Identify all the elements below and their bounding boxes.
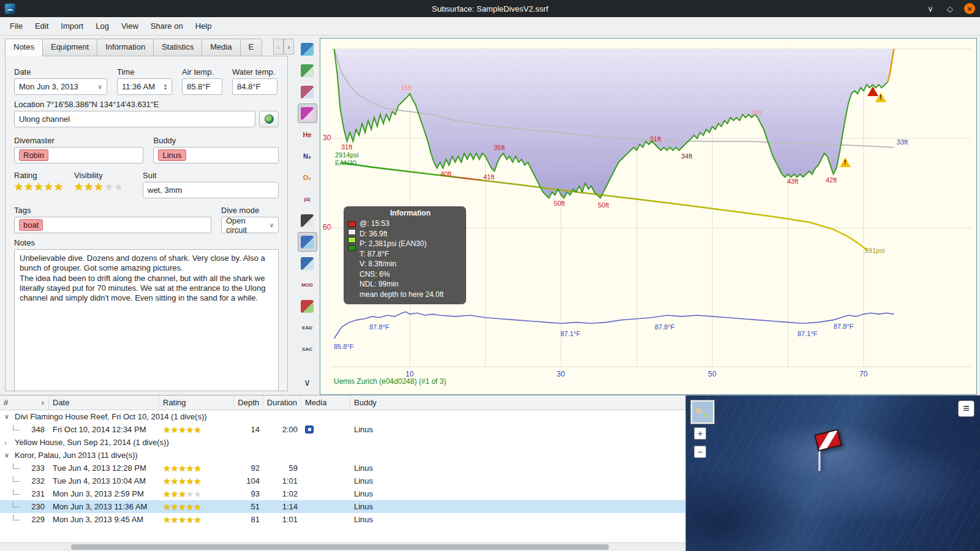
tissues-button[interactable]: |Δ|: [298, 189, 317, 209]
buddy-chip[interactable]: Linus: [158, 149, 186, 161]
col-date[interactable]: Date: [49, 395, 159, 410]
dive-list-header: #∧DateRatingDepthDurationMediaBuddy: [0, 395, 685, 410]
menu-help[interactable]: Help: [189, 19, 218, 33]
divemode-combobox[interactable]: Open circuit∨: [221, 217, 279, 233]
x-axis-tick: 50: [708, 370, 716, 378]
minimize-icon[interactable]: ∨: [925, 3, 936, 14]
ead-button[interactable]: EAD: [298, 318, 317, 337]
dive-computer-button[interactable]: [298, 39, 317, 59]
close-icon[interactable]: ×: [964, 3, 975, 14]
scroll-down-icon[interactable]: ∨: [298, 373, 317, 392]
dive-row[interactable]: 232Tue Jun 4, 2013 10:04 AM★★★★★1041:01L…: [0, 474, 685, 487]
col-duration[interactable]: Duration: [263, 395, 301, 410]
map-menu-icon[interactable]: ≡: [958, 400, 974, 417]
sort-ascending-icon: ∧: [40, 400, 45, 406]
photos-button[interactable]: [298, 103, 317, 123]
date-combobox[interactable]: Mon Jun 3, 2013∨: [14, 78, 107, 95]
spin-arrows-icon[interactable]: ▲▼: [160, 83, 167, 91]
tab-statistics[interactable]: Statistics: [153, 39, 202, 56]
menu-log[interactable]: Log: [89, 19, 115, 33]
dive-row[interactable]: 231Mon Jun 3, 2013 2:59 PM★★★★★931:02Lin…: [0, 487, 685, 500]
dive-row[interactable]: 348Fri Oct 10, 2014 12:34 PM★★★★★142:00L…: [0, 423, 685, 436]
divemaster-field[interactable]: Robin: [14, 147, 143, 163]
tab-information[interactable]: Information: [97, 39, 154, 56]
warning-icon[interactable]: [840, 157, 851, 167]
trip-row[interactable]: ›Yellow House, Sun Sep 21, 2014 (1 dive(…: [0, 436, 685, 449]
scene-button[interactable]: [298, 296, 317, 316]
warning-icon[interactable]: [875, 92, 886, 102]
o2-graph-icon: O₂: [303, 174, 311, 181]
dive-number: 230: [31, 502, 49, 511]
tag-chip[interactable]: boat: [19, 219, 43, 231]
menu-file[interactable]: File: [4, 19, 29, 33]
tab-scroll-left-icon[interactable]: ‹: [273, 39, 284, 54]
col-rating[interactable]: Rating: [159, 395, 234, 410]
buddy-field[interactable]: Linus: [153, 147, 279, 163]
he-graph-button[interactable]: He: [298, 125, 317, 144]
mod-button[interactable]: MOD: [298, 275, 317, 294]
star-icon: ★: [24, 181, 34, 193]
dive-buddy: Linus: [350, 463, 685, 473]
star-icon: ★: [163, 425, 171, 435]
tags-field[interactable]: boat: [14, 217, 211, 233]
col-media[interactable]: Media: [301, 395, 350, 410]
globe-button[interactable]: [259, 111, 279, 127]
tab-notes[interactable]: Notes: [5, 39, 43, 56]
dive-row[interactable]: 230Mon Jun 3, 2013 11:36 AM★★★★★511:14Li…: [0, 500, 685, 513]
picture-button[interactable]: [298, 232, 317, 252]
airtemp-field[interactable]: 85.8°F: [182, 78, 222, 95]
menu-import[interactable]: Import: [55, 19, 89, 33]
dive-duration: 1:01: [263, 515, 301, 524]
col-buddy[interactable]: Buddy: [350, 395, 685, 410]
dive-profile-chart[interactable]: Uemis Zurich (e04d0248) (#1 of 3) Inform…: [320, 38, 977, 395]
suit-field[interactable]: wet, 3mm: [143, 182, 279, 198]
tree-connector-icon: [13, 489, 20, 495]
tab-equipment[interactable]: Equipment: [42, 39, 97, 56]
visibility-stars[interactable]: ★★★★★: [74, 182, 133, 192]
divemaster-chip[interactable]: Robin: [19, 149, 48, 161]
dive-date: Mon Jun 3, 2013 9:45 AM: [49, 515, 159, 524]
zoom-in-button[interactable]: +: [694, 427, 706, 440]
chevron-right-icon[interactable]: ›: [4, 439, 10, 446]
n2-graph-button[interactable]: N₂: [298, 146, 317, 166]
dive-row[interactable]: 233Tue Jun 4, 2013 12:28 PM★★★★★9259Linu…: [0, 462, 685, 474]
menu-edit[interactable]: Edit: [29, 19, 55, 33]
star-icon: ★: [163, 476, 171, 486]
dive-depth: 51: [234, 502, 263, 511]
heartrate-button[interactable]: [298, 211, 317, 230]
time-spinbox[interactable]: 11:36 AM ▲▼: [117, 78, 172, 95]
watertemp-field[interactable]: 84.8°F: [232, 78, 277, 95]
maximize-icon[interactable]: ◇: [944, 3, 956, 14]
notes-textarea[interactable]: Unbelievable dive. Dozens and dozens of …: [14, 249, 279, 391]
zoom-out-button[interactable]: −: [694, 446, 706, 458]
minimap-thumbnail[interactable]: [691, 400, 714, 424]
chevron-down-icon[interactable]: ∨: [4, 413, 10, 421]
trip-row[interactable]: ∨Divi Flamingo House Reef, Fri Oct 10, 2…: [0, 410, 685, 423]
tab-e[interactable]: E: [240, 39, 263, 56]
col-number[interactable]: #∧: [0, 395, 49, 410]
depth-annotation: 87.8°F: [369, 323, 390, 331]
star-icon: ★: [186, 463, 194, 473]
media-icon[interactable]: [305, 425, 314, 433]
star-icon: ★: [74, 181, 84, 193]
menu-share-on[interactable]: Share on: [145, 19, 189, 33]
chevron-down-icon[interactable]: ∨: [4, 451, 10, 459]
dive-site-map[interactable]: + − ≡: [686, 395, 980, 551]
horizontal-scrollbar[interactable]: [0, 542, 685, 551]
dive-row[interactable]: 229Mon Jun 3, 2013 9:45 AM★★★★★811:01Lin…: [0, 513, 685, 526]
dive-flag-marker[interactable]: [809, 427, 854, 473]
profile-scale-button[interactable]: [298, 61, 317, 80]
col-depth[interactable]: Depth: [234, 395, 263, 410]
rating-stars[interactable]: ★★★★★: [14, 182, 64, 192]
depth-annotation: 35ft: [494, 144, 505, 151]
tab-media[interactable]: Media: [202, 39, 240, 56]
tab-scroll-right-icon[interactable]: ›: [284, 39, 294, 54]
sac-button[interactable]: SAC: [298, 339, 317, 359]
trip-row[interactable]: ∨Koror, Palau, Jun 2013 (11 dive(s)): [0, 449, 685, 462]
location-field[interactable]: Ulong channel: [14, 111, 255, 127]
o2-graph-button[interactable]: O₂: [298, 168, 317, 187]
scrollbar-thumb[interactable]: [71, 544, 609, 550]
menu-view[interactable]: View: [115, 19, 145, 33]
ceiling-button[interactable]: [298, 82, 317, 102]
diver-button[interactable]: [298, 253, 317, 273]
